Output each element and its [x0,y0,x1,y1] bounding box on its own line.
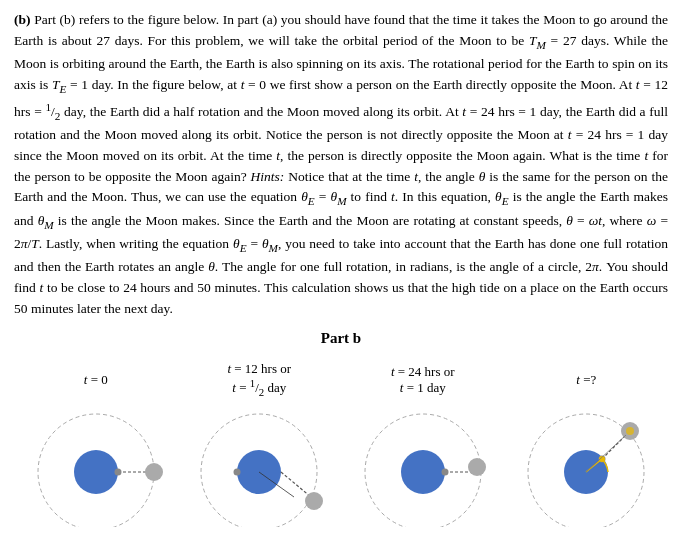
svg-point-22 [626,427,634,435]
svg-point-4 [114,468,121,475]
diagram-2-svg [189,407,329,527]
svg-point-3 [145,463,163,481]
svg-point-12 [401,450,445,494]
svg-point-8 [305,492,323,510]
paragraph-text: (b) Part (b) refers to the figure below.… [14,12,668,316]
diagrams-container: t = 0 t = 12 hrs or t = 1/2 day [14,361,668,527]
diagram-3-label: t = 24 hrs or t = 1 day [391,361,455,399]
diagram-3-svg [353,407,493,527]
diagram-3: t = 24 hrs or t = 1 day [348,361,498,527]
svg-point-15 [441,468,448,475]
svg-point-1 [74,450,118,494]
diagram-2-label: t = 12 hrs or t = 1/2 day [227,361,291,399]
diagram-1-svg [26,407,166,527]
diagram-2: t = 12 hrs or t = 1/2 day [184,361,334,527]
diagram-1: t = 0 [21,361,171,527]
diagram-4-label: t =? [576,361,596,399]
diagram-4: t =? [511,361,661,527]
main-paragraph: (b) Part (b) refers to the figure below.… [14,10,668,320]
svg-line-7 [281,472,311,497]
diagram-4-svg [516,407,656,527]
diagram-1-label: t = 0 [84,361,108,399]
section-title: Part b [14,330,668,347]
svg-point-14 [468,458,486,476]
svg-point-9 [234,468,241,475]
